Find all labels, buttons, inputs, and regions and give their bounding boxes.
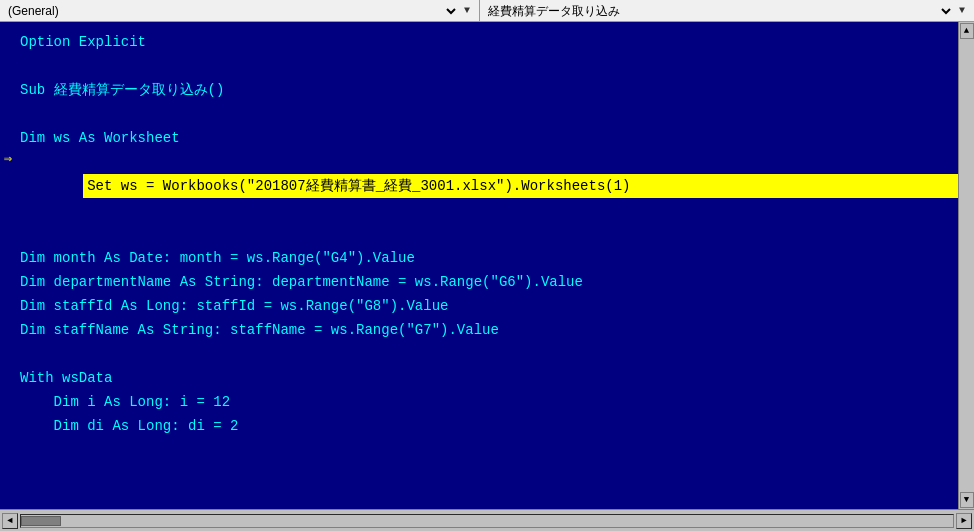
line-option-explicit: Option Explicit (20, 30, 954, 54)
code-content[interactable]: Option Explicit Sub 経費精算データ取り込み() Dim ws… (16, 22, 958, 509)
left-gutter: ⇒ (0, 22, 16, 509)
vba-editor: (General) ▼ 経費精算データ取り込み ▼ ⇒ Option Expli… (0, 0, 974, 531)
horizontal-scrollbar[interactable] (20, 514, 954, 528)
line-dim-staffname: Dim staffName As String: staffName = ws.… (20, 318, 954, 342)
execution-arrow: ⇒ (4, 150, 12, 167)
bottom-right-btn[interactable]: ► (956, 513, 972, 529)
right-scrollbar[interactable]: ▲ ▼ (958, 22, 974, 509)
bottom-bar: ◄ ► (0, 509, 974, 531)
line-dim-dept: Dim departmentName As String: department… (20, 270, 954, 294)
dropdown-arrow-right[interactable]: ▼ (954, 3, 970, 19)
toolbar-right: 経費精算データ取り込み ▼ (480, 0, 974, 21)
line-blank3 (20, 222, 954, 246)
line-set-ws: Set ws = Workbooks("201807経費精算書_経費_3001.… (20, 150, 954, 222)
dropdown-arrow-left[interactable]: ▼ (459, 3, 475, 19)
line-with-wsdata: With wsData (20, 366, 954, 390)
scrollbar-down-btn[interactable]: ▼ (960, 492, 974, 508)
line-dim-di: Dim di As Long: di = 2 (20, 414, 954, 438)
line-sub-decl: Sub 経費精算データ取り込み() (20, 78, 954, 102)
bottom-left-btn[interactable]: ◄ (2, 513, 18, 529)
editor-container: ⇒ Option Explicit Sub 経費精算データ取り込み() Dim … (0, 22, 974, 509)
procedure-dropdown[interactable]: 経費精算データ取り込み (484, 3, 954, 19)
line-blank1 (20, 54, 954, 78)
line-blank2 (20, 102, 954, 126)
general-dropdown[interactable]: (General) (4, 3, 459, 19)
toolbar-left: (General) ▼ (0, 0, 480, 21)
line-blank4 (20, 342, 954, 366)
h-scrollbar-thumb (21, 516, 61, 526)
toolbar: (General) ▼ 経費精算データ取り込み ▼ (0, 0, 974, 22)
scrollbar-up-btn[interactable]: ▲ (960, 23, 974, 39)
scrollbar-track (960, 39, 974, 492)
line-dim-i: Dim i As Long: i = 12 (20, 390, 954, 414)
line-dim-ws: Dim ws As Worksheet (20, 126, 954, 150)
line-dim-month: Dim month As Date: month = ws.Range("G4"… (20, 246, 954, 270)
line-dim-staffid: Dim staffId As Long: staffId = ws.Range(… (20, 294, 954, 318)
